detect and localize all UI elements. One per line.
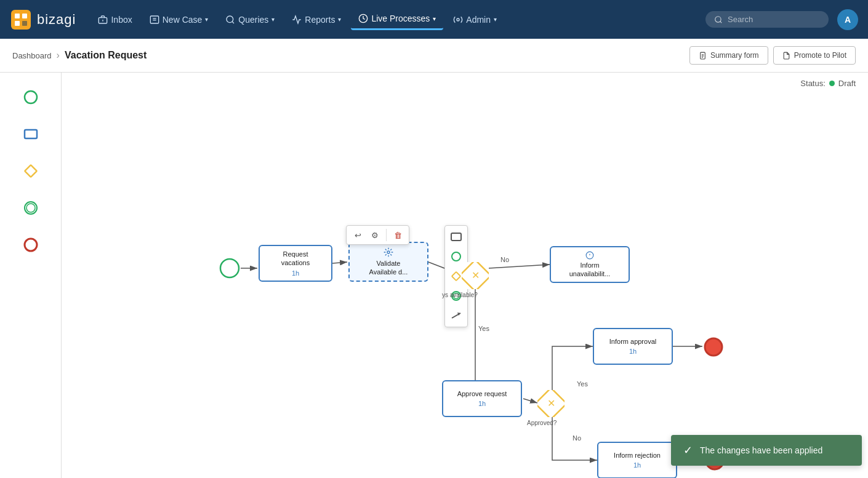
- inform-approval-task[interactable]: Inform approval 1h: [593, 328, 673, 365]
- svg-point-23: [25, 239, 37, 251]
- toast-check-icon: ✓: [683, 444, 693, 457]
- nav-admin[interactable]: Admin ▾: [446, 10, 504, 30]
- intermediate-event-icon: [22, 199, 39, 217]
- gateway1[interactable]: ✕: [462, 262, 489, 289]
- left-toolbar: [0, 73, 62, 478]
- palette-arrow[interactable]: [448, 307, 465, 324]
- svg-rect-3: [15, 21, 20, 26]
- nav-live-processes[interactable]: Live Processes ▾: [351, 9, 443, 30]
- admin-caret: ▾: [494, 16, 497, 23]
- svg-point-36: [220, 259, 239, 277]
- approve-request-duration: 1h: [478, 400, 486, 407]
- circle-tool-icon: [22, 89, 39, 106]
- svg-point-13: [715, 16, 721, 22]
- request-vacations-label: Requestvacations: [281, 250, 310, 268]
- gateway1-label: ys available?: [442, 292, 478, 298]
- promote-to-pilot-button[interactable]: Promote to Pilot: [773, 46, 856, 65]
- reports-icon: [292, 15, 302, 25]
- inform-rejection-task[interactable]: Inform rejection 1h: [597, 442, 677, 478]
- svg-rect-19: [25, 130, 37, 138]
- svg-rect-0: [11, 10, 31, 30]
- nav-inbox[interactable]: Inbox: [90, 10, 139, 30]
- end-event-1[interactable]: [702, 336, 725, 360]
- toast-message: The changes have been applied: [700, 445, 822, 455]
- undo-button[interactable]: ↩: [350, 228, 365, 242]
- palette-rect-icon: [450, 231, 462, 243]
- rectangle-tool-icon: [22, 125, 39, 143]
- svg-point-39: [452, 252, 460, 261]
- search-icon: [714, 15, 723, 24]
- gateway2[interactable]: ✕: [537, 390, 565, 417]
- status-dot: [829, 81, 835, 86]
- tool-end-event[interactable]: [18, 233, 43, 257]
- page-title: Vacation Request: [65, 50, 147, 61]
- summary-form-button[interactable]: Summary form: [689, 46, 768, 65]
- toast-notification: ✓ The changes have been applied: [671, 435, 862, 466]
- breadcrumb-dashboard[interactable]: Dashboard: [12, 51, 52, 60]
- promote-icon: [782, 52, 790, 60]
- inform-unavail-task[interactable]: Informunavailabilit...: [550, 246, 630, 283]
- svg-text:No: No: [573, 434, 581, 442]
- palette-rectangle[interactable]: [448, 228, 465, 245]
- queries-icon: [225, 15, 235, 25]
- validate-task-icon: [384, 247, 393, 257]
- svg-rect-4: [22, 21, 27, 26]
- nav-new-case[interactable]: New Case ▾: [142, 10, 216, 30]
- approve-request-task[interactable]: Approve request 1h: [442, 380, 522, 417]
- settings-button[interactable]: ⚙: [368, 228, 382, 242]
- inform-rejection-duration: 1h: [633, 461, 641, 469]
- new-case-caret: ▾: [205, 16, 208, 23]
- bpmn-canvas[interactable]: Status: Draft No Yes: [62, 73, 868, 478]
- request-vacations-task[interactable]: Requestvacations 1h: [259, 245, 332, 282]
- svg-text:Yes: Yes: [478, 325, 489, 332]
- svg-point-10: [227, 16, 233, 23]
- diamond-tool-icon: [22, 162, 39, 180]
- svg-line-31: [523, 399, 537, 403]
- logo[interactable]: bizagi: [10, 9, 76, 31]
- search-input[interactable]: [728, 15, 814, 24]
- start-event-shape: [219, 257, 241, 279]
- svg-text:No: No: [500, 256, 509, 263]
- request-vacations-duration: 1h: [292, 269, 299, 277]
- tool-rectangle[interactable]: [18, 122, 43, 146]
- gateway2-label: Approved?: [527, 420, 557, 426]
- end-event1-shape: [702, 336, 725, 358]
- inform-approval-duration: 1h: [629, 348, 637, 355]
- status-bar: Status: Draft: [800, 79, 856, 88]
- svg-text:✕: ✕: [547, 398, 555, 408]
- search-box[interactable]: [705, 11, 829, 28]
- inform-approval-label: Inform approval: [609, 338, 656, 345]
- svg-text:Yes: Yes: [577, 380, 588, 388]
- validate-task[interactable]: ValidateAvailable d...: [348, 242, 428, 282]
- svg-rect-2: [22, 14, 27, 18]
- main-area: Status: Draft No Yes: [0, 73, 868, 478]
- nav-queries[interactable]: Queries ▾: [218, 10, 282, 30]
- reports-caret: ▾: [338, 16, 341, 23]
- palette-circle-icon: [450, 250, 462, 263]
- summary-form-icon: [699, 52, 707, 60]
- svg-rect-38: [451, 233, 461, 241]
- new-case-icon: [150, 15, 159, 25]
- gateway1-shape: ✕: [462, 262, 489, 289]
- tool-circle[interactable]: [18, 85, 43, 110]
- nav-reports[interactable]: Reports ▾: [284, 10, 348, 30]
- end-event-icon: [22, 236, 39, 253]
- inbox-icon: [98, 15, 108, 25]
- svg-point-37: [387, 251, 390, 253]
- validate-label: ValidateAvailable d...: [369, 259, 408, 277]
- approve-request-label: Approve request: [457, 390, 507, 397]
- admin-icon: [453, 15, 463, 25]
- svg-point-52: [705, 338, 722, 356]
- avatar[interactable]: A: [837, 9, 858, 30]
- inform-unavail-icon: [585, 251, 594, 260]
- start-event[interactable]: [219, 257, 241, 282]
- svg-text:✕: ✕: [472, 270, 480, 281]
- floating-toolbar: ↩ ⚙ 🗑: [346, 225, 409, 245]
- inform-unavail-label: Informunavailabilit...: [569, 261, 611, 279]
- svg-rect-20: [25, 165, 37, 177]
- svg-point-22: [26, 204, 35, 212]
- live-processes-icon: [358, 14, 368, 23]
- tool-intermediate[interactable]: [18, 196, 43, 220]
- tool-diamond[interactable]: [18, 159, 43, 183]
- delete-button[interactable]: 🗑: [390, 228, 405, 242]
